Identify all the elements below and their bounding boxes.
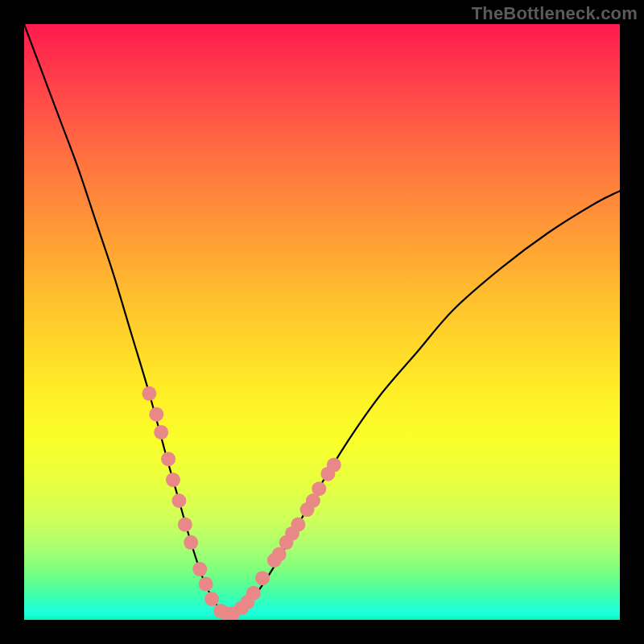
marker-group (142, 386, 341, 620)
marker-dot (246, 586, 261, 601)
chart-svg (24, 24, 620, 620)
marker-dot (142, 386, 156, 401)
marker-dot (171, 493, 186, 508)
marker-dot (312, 481, 326, 496)
plot-area (24, 24, 620, 620)
marker-dot (291, 518, 305, 532)
marker-dot (154, 425, 168, 440)
marker-dot (255, 571, 270, 585)
marker-dot (327, 458, 341, 473)
marker-dot (178, 518, 192, 532)
marker-dot (166, 473, 180, 487)
marker-dot (149, 407, 163, 422)
chart-frame: TheBottleneck.com (0, 0, 644, 644)
marker-dot (161, 452, 175, 466)
marker-dot (204, 592, 219, 606)
bottleneck-curve (24, 24, 620, 615)
marker-dot (192, 562, 207, 576)
marker-dot (199, 577, 213, 592)
watermark-text: TheBottleneck.com (472, 3, 638, 24)
marker-dot (184, 535, 198, 550)
